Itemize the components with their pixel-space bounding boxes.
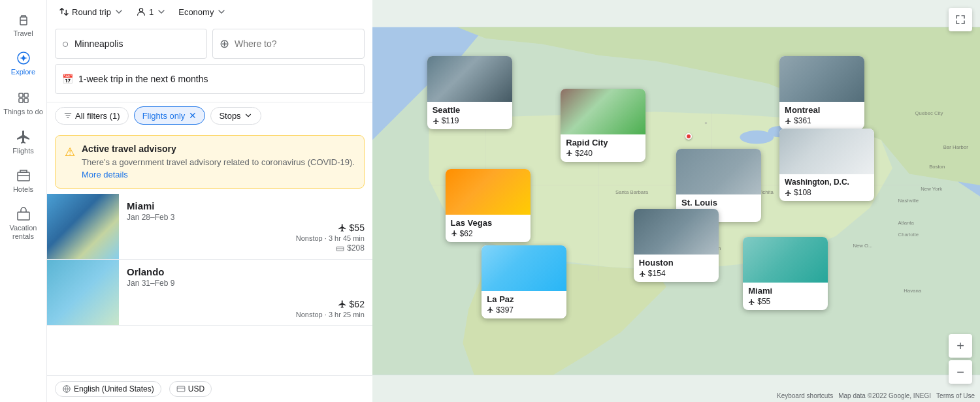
- svg-rect-8: [18, 172, 29, 181]
- map-card-info-rapid-city: Rapid City $240: [561, 134, 645, 162]
- map-card-rapid-city[interactable]: Rapid City $240: [561, 89, 645, 162]
- to-input-wrap[interactable]: ⊕: [212, 29, 365, 59]
- plane-icon-la-paz: [487, 306, 494, 313]
- map-card-city-la-paz: La Paz: [487, 294, 561, 304]
- sidebar-item-hotels-label: Hotels: [13, 185, 33, 193]
- map-card-city-houston: Houston: [639, 258, 713, 268]
- advisory-body: There's a government travel advisory rel…: [82, 157, 355, 168]
- terms-of-use[interactable]: Terms of Use: [936, 392, 975, 399]
- stops-chip[interactable]: Stops: [210, 107, 261, 125]
- class-button[interactable]: Economy: [174, 4, 231, 20]
- globe-icon: [62, 384, 71, 394]
- svg-text:Quebec City: Quebec City: [915, 110, 943, 116]
- map-expand-button[interactable]: [949, 8, 972, 31]
- to-input[interactable]: [235, 39, 357, 49]
- plane-icon-washington: [785, 189, 792, 196]
- round-trip-label: Round trip: [72, 7, 111, 17]
- advisory-title: Active travel advisory: [82, 144, 355, 154]
- map-card-price-washington: $108: [785, 188, 869, 197]
- map-card-img-miami-map: [743, 237, 828, 283]
- plane-icon-seattle: [433, 117, 440, 125]
- map-zoom-in-button[interactable]: +: [949, 334, 972, 358]
- map-card-city-st-louis: St. Louis: [681, 198, 756, 208]
- map-zoom-out-button[interactable]: −: [949, 360, 972, 384]
- date-selector[interactable]: 📅 1-week trip in the next 6 months: [55, 64, 365, 94]
- map-card-img-montreal: [779, 56, 864, 102]
- map-card-houston[interactable]: Houston $154: [634, 209, 719, 282]
- svg-rect-5: [24, 93, 28, 97]
- origin-dot: [685, 133, 692, 140]
- advisory-link[interactable]: More details: [82, 170, 128, 179]
- currency-button[interactable]: USD: [169, 381, 212, 397]
- flights-only-chip[interactable]: Flights only ✕: [134, 106, 206, 125]
- explore-icon: [16, 50, 31, 66]
- map-data-attribution: Map data ©2022 Google, INEGI: [838, 392, 931, 399]
- filter-row: All filters (1) Flights only ✕ Stops: [47, 102, 372, 130]
- sidebar-item-explore[interactable]: Explore: [0, 45, 46, 81]
- sidebar-item-travel[interactable]: Travel: [0, 7, 46, 42]
- all-filters-chip[interactable]: All filters (1): [55, 107, 129, 125]
- map-card-info-miami-map: Miami $55: [743, 283, 828, 310]
- all-filters-label: All filters (1): [75, 111, 120, 121]
- suitcase-icon: [16, 12, 31, 27]
- map-card-img-seattle: [427, 56, 512, 102]
- result-city-orlando: Orlando: [127, 266, 365, 277]
- result-card-orlando[interactable]: Orlando Jan 31–Feb 9 $62 Nonstop · 3 hr …: [47, 260, 372, 326]
- chevron-down-class-icon: [216, 7, 227, 17]
- sidebar-item-vacation[interactable]: Vacation rentals: [0, 201, 46, 246]
- result-flight-price-miami: $55: [338, 223, 365, 233]
- svg-text:Charlotte: Charlotte: [898, 232, 919, 238]
- svg-text:Nashville: Nashville: [898, 198, 919, 204]
- map-card-miami-map[interactable]: Miami $55: [743, 237, 828, 310]
- plane-icon-las-vegas: [451, 230, 458, 237]
- result-dates-miami: Jan 28–Feb 3: [127, 213, 365, 222]
- passengers-button[interactable]: 1: [132, 4, 171, 20]
- passengers-label: 1: [149, 7, 154, 17]
- svg-text:Boston: Boston: [929, 164, 945, 170]
- map-card-img-la-paz: [482, 245, 566, 291]
- svg-marker-3: [20, 55, 27, 61]
- map-card-washington[interactable]: Washington, D.C. $108: [779, 129, 874, 201]
- svg-rect-9: [18, 212, 29, 220]
- map-card-la-paz[interactable]: La Paz $397: [482, 245, 566, 318]
- result-flight-detail-miami: Nonstop · 3 hr 45 min: [296, 234, 365, 242]
- svg-rect-7: [24, 99, 28, 102]
- map-card-price-rapid-city: $240: [566, 149, 640, 158]
- map-card-img-st-louis: [676, 149, 761, 194]
- map-card-price-miami-map: $55: [748, 297, 823, 306]
- keyboard-shortcuts[interactable]: Keyboard shortcuts: [777, 392, 833, 399]
- map-card-info-las-vegas: Las Vegas $62: [446, 215, 531, 242]
- map-card-montreal[interactable]: Montreal $361: [779, 56, 864, 129]
- sidebar-item-things[interactable]: Things to do: [0, 85, 46, 121]
- svg-text:Havana: Havana: [904, 288, 921, 294]
- sidebar-item-hotels[interactable]: Hotels: [0, 162, 46, 198]
- map-card-price-seattle: $119: [433, 116, 507, 125]
- from-input-wrap[interactable]: ○: [55, 29, 207, 59]
- map-footer: Keyboard shortcuts Map data ©2022 Google…: [777, 392, 975, 399]
- plane-icon-houston: [639, 270, 646, 277]
- round-trip-button[interactable]: Round trip: [55, 4, 128, 20]
- sidebar-item-travel-label: Travel: [13, 29, 33, 37]
- map-card-seattle[interactable]: Seattle $119: [427, 56, 512, 129]
- map-card-price-las-vegas: $62: [451, 229, 525, 238]
- svg-text:Atlanta: Atlanta: [898, 220, 915, 226]
- svg-point-19: [705, 122, 707, 124]
- map-card-info-montreal: Montreal $361: [779, 102, 864, 129]
- sidebar-item-things-label: Things to do: [3, 108, 43, 116]
- class-label: Economy: [178, 7, 214, 17]
- language-button[interactable]: English (United States): [55, 381, 161, 397]
- sidebar-item-flights[interactable]: Flights: [0, 124, 46, 160]
- filter-icon: [63, 111, 73, 120]
- from-input[interactable]: [74, 39, 200, 49]
- plane-icon-montreal: [785, 117, 792, 125]
- expand-icon: [955, 14, 966, 25]
- result-card-miami[interactable]: Miami Jan 28–Feb 3 $55 Nonstop · 3 hr 45…: [47, 194, 372, 260]
- plane-icon-orlando: [338, 300, 347, 309]
- svg-rect-4: [19, 93, 23, 97]
- flights-only-dismiss[interactable]: ✕: [189, 110, 197, 121]
- svg-rect-0: [20, 17, 27, 25]
- map-card-las-vegas[interactable]: Las Vegas $62: [446, 169, 531, 242]
- map-card-city-miami-map: Miami: [748, 286, 823, 296]
- chevron-down-stops-icon: [244, 111, 253, 120]
- date-label: 1-week trip in the next 6 months: [78, 74, 208, 84]
